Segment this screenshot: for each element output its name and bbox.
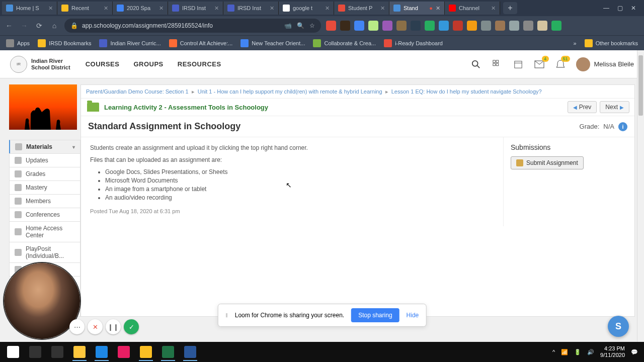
extension-icon[interactable]: [326, 21, 336, 31]
taskbar-item[interactable]: [91, 343, 113, 361]
stop-sharing-button[interactable]: Stop sharing: [351, 308, 399, 322]
browser-tab[interactable]: Channel✕: [445, 2, 500, 15]
bookmark-item[interactable]: i-Ready Dashboard: [384, 39, 443, 47]
breadcrumb-link[interactable]: Lesson 1 EQ: How do I help my student na…: [391, 88, 542, 95]
extension-icon[interactable]: [411, 21, 421, 31]
extension-icon[interactable]: [340, 21, 350, 31]
browser-tab[interactable]: IRSD Inst✕: [223, 2, 279, 15]
new-tab-button[interactable]: +: [503, 2, 517, 14]
sidebar-item[interactable]: PlayPosit (Individual/B...: [9, 242, 80, 263]
apps-grid-button[interactable]: [492, 59, 503, 70]
browser-tab[interactable]: Recent✕: [57, 2, 113, 15]
maximize-button[interactable]: ▢: [617, 5, 623, 12]
taskbar-item[interactable]: [2, 343, 24, 361]
url-input[interactable]: 🔒 app.schoology.com/assignment/285916552…: [64, 19, 321, 33]
user-menu[interactable]: Melissa Bleile: [576, 57, 634, 71]
minimize-button[interactable]: —: [603, 5, 609, 12]
bookmark-item[interactable]: New Teacher Orient...: [240, 39, 305, 47]
tray-volume-icon[interactable]: 🔊: [587, 349, 594, 355]
loom-more-button[interactable]: ⋯: [69, 319, 85, 334]
tray-chevron-icon[interactable]: ^: [552, 349, 555, 355]
browser-tab[interactable]: Student P✕: [334, 2, 389, 15]
breadcrumb-link[interactable]: Parent/Guardian Demo Course: Section 1: [86, 88, 189, 95]
taskbar-item[interactable]: [113, 343, 135, 361]
browser-tab[interactable]: Stand●✕: [389, 2, 445, 15]
grade-label: Grade:: [580, 123, 600, 130]
browser-tab[interactable]: Home | S✕: [2, 2, 57, 15]
forward-button[interactable]: →: [19, 22, 29, 30]
close-window-button[interactable]: ✕: [631, 5, 636, 12]
zoom-icon[interactable]: 🔍: [297, 22, 304, 29]
sidebar-item[interactable]: Grades: [9, 167, 80, 181]
logo[interactable]: IR Indian River School District: [10, 56, 70, 73]
sidebar-item[interactable]: Updates: [9, 153, 80, 167]
bookmark-item[interactable]: Control Alt Achieve:...: [169, 39, 233, 47]
extension-icon[interactable]: [509, 21, 519, 31]
star-icon[interactable]: ☆: [309, 22, 315, 29]
extension-icon[interactable]: [523, 21, 533, 31]
tray-battery-icon[interactable]: 🔋: [574, 349, 581, 355]
notifications-button[interactable]: 51: [555, 59, 566, 70]
taskbar-item[interactable]: [179, 343, 201, 361]
home-button[interactable]: ⌂: [49, 22, 59, 30]
extension-icon[interactable]: [467, 21, 477, 31]
browser-tab[interactable]: IRSD Inst✕: [168, 2, 223, 15]
scrollbar[interactable]: [637, 50, 644, 342]
sidebar-item[interactable]: Mastery: [9, 180, 80, 195]
extension-icon[interactable]: [396, 21, 407, 31]
hide-share-button[interactable]: Hide: [407, 312, 419, 319]
bookmark-item[interactable]: Indian River Curric...: [99, 39, 160, 47]
sidebar-item[interactable]: Members: [9, 194, 80, 208]
back-button[interactable]: ←: [4, 22, 14, 30]
extension-icon[interactable]: [495, 21, 505, 31]
browser-tab[interactable]: 2020 Spa✕: [113, 2, 168, 15]
loom-cancel-button[interactable]: ✕: [88, 319, 103, 334]
bookmark-item[interactable]: Apps: [6, 39, 30, 47]
other-bookmarks[interactable]: Other bookmarks: [585, 39, 638, 47]
sidebar-item[interactable]: Conferences: [9, 208, 80, 222]
schoology-help-bubble[interactable]: S: [608, 316, 629, 337]
bookmarks-overflow[interactable]: »: [574, 40, 577, 46]
sidebar-item[interactable]: Home Access Center: [9, 221, 80, 242]
search-button[interactable]: [470, 59, 481, 70]
calendar-button[interactable]: [513, 59, 524, 70]
extension-icon[interactable]: [453, 21, 463, 31]
prev-button[interactable]: ◀Prev: [568, 101, 597, 113]
folder-title-link[interactable]: Learning Activity 2 - Assessment Tools i…: [104, 104, 268, 111]
nav-link[interactable]: GROUPS: [133, 60, 163, 68]
next-button[interactable]: Next▶: [600, 101, 629, 113]
taskbar-item[interactable]: [157, 343, 179, 361]
taskbar-item[interactable]: [135, 343, 157, 361]
clock[interactable]: 4:23 PM 9/11/2020: [600, 345, 625, 358]
nav-link[interactable]: COURSES: [86, 60, 120, 68]
grade-info-icon[interactable]: i: [618, 122, 627, 131]
share-grip-icon[interactable]: ⦀: [225, 312, 228, 319]
extension-icon[interactable]: [382, 21, 392, 31]
scroll-thumb[interactable]: [638, 55, 643, 116]
submit-assignment-button[interactable]: Submit Assignment: [511, 156, 584, 169]
extension-icon[interactable]: [481, 21, 491, 31]
extension-icon[interactable]: [368, 21, 378, 31]
bookmark-item[interactable]: IRSD Bookmarks: [38, 39, 91, 47]
loom-pause-button[interactable]: ❙❙: [106, 319, 121, 334]
taskbar-item[interactable]: [68, 343, 91, 361]
extension-icon[interactable]: [354, 21, 364, 31]
mail-button[interactable]: 4: [534, 59, 545, 70]
taskbar-item[interactable]: [24, 343, 46, 361]
extension-icon[interactable]: [537, 21, 547, 31]
course-image[interactable]: [9, 84, 77, 130]
extension-icon[interactable]: [439, 21, 449, 31]
breadcrumb-link[interactable]: Unit 1 - How can I help support my child…: [198, 88, 382, 95]
extension-icon[interactable]: [425, 21, 435, 31]
tray-notifications-icon[interactable]: 💬: [631, 349, 638, 355]
sidebar-item[interactable]: Materials▾: [9, 140, 80, 154]
taskbar-item[interactable]: [46, 343, 68, 361]
bookmark-item[interactable]: Collaborate & Crea...: [313, 39, 376, 47]
camera-icon[interactable]: 📹: [284, 22, 292, 29]
extension-icon[interactable]: [551, 21, 561, 31]
browser-tab[interactable]: google t✕: [279, 2, 334, 15]
tray-network-icon[interactable]: 📶: [561, 349, 568, 355]
nav-link[interactable]: RESOURCES: [178, 60, 221, 68]
reload-button[interactable]: ⟳: [34, 22, 44, 30]
loom-finish-button[interactable]: ✓: [124, 319, 139, 334]
